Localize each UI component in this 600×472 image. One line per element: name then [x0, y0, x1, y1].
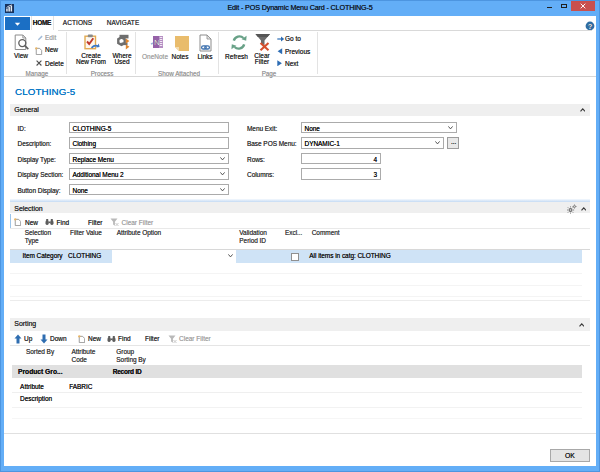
svg-text:N: N — [154, 38, 160, 47]
